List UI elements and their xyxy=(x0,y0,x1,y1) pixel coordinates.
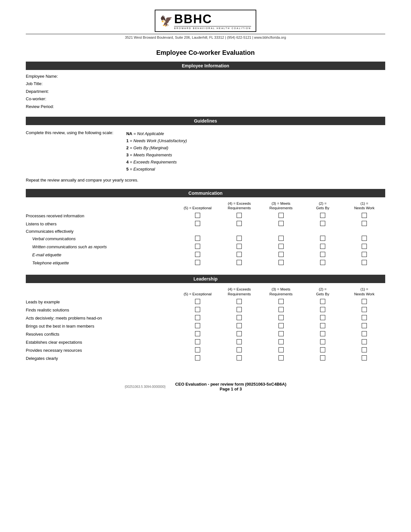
coworker-label: Co-worker: xyxy=(26,95,385,103)
lead-check-bestteam-2[interactable] xyxy=(302,322,343,330)
lead-col-5: (5) = Exceptional xyxy=(177,286,218,298)
guidelines-left: Complete this review, using the followin… xyxy=(26,130,113,173)
comm-check-email-4[interactable] xyxy=(219,251,260,259)
comm-check-verbal-2[interactable] xyxy=(302,235,343,243)
lead-check-delegates-3[interactable] xyxy=(260,354,302,362)
lead-check-decisive-5[interactable] xyxy=(177,314,218,322)
comm-check-processes-2[interactable] xyxy=(302,212,343,220)
comm-check-verbal-3[interactable] xyxy=(260,235,302,243)
lead-check-resources-4[interactable] xyxy=(219,346,260,354)
comm-check-telephone-5[interactable] xyxy=(177,259,218,267)
comm-check-written-5[interactable] xyxy=(177,243,218,251)
lead-check-conflicts-5[interactable] xyxy=(177,330,218,338)
comm-check-telephone-1[interactable] xyxy=(344,259,385,267)
comm-check-telephone-3[interactable] xyxy=(260,259,302,267)
comm-check-telephone-2[interactable] xyxy=(302,259,343,267)
lead-check-leads-3[interactable] xyxy=(260,298,302,306)
comm-row-email: E-mail etiquette xyxy=(26,251,177,259)
scale-4: 4 = Exceeds Requirements xyxy=(126,159,385,166)
lead-col-2: (2) =Gets By xyxy=(302,286,343,298)
lead-check-decisive-4[interactable] xyxy=(219,314,260,322)
comm-check-processes-4[interactable] xyxy=(219,212,260,220)
lead-row-resources: Provides necessary resources xyxy=(26,346,177,354)
lead-check-leads-4[interactable] xyxy=(219,298,260,306)
comm-check-telephone-4[interactable] xyxy=(219,259,260,267)
comm-check-email-3[interactable] xyxy=(260,251,302,259)
comm-check-processes-5[interactable] xyxy=(177,212,218,220)
comm-col-3: (3) = MeetsRequirements xyxy=(260,200,302,212)
lead-check-bestteam-4[interactable] xyxy=(219,322,260,330)
table-row: Delegates clearly xyxy=(26,354,385,362)
comm-col-5: (5) = Exceptional xyxy=(177,200,218,212)
comm-col-1: (1) =Needs Work xyxy=(344,200,385,212)
comm-check-verbal-4[interactable] xyxy=(219,235,260,243)
logo-subtitle: BROWARD BEHAVIORAL HEALTH COALITION xyxy=(174,26,251,29)
guidelines-right: NA = Not Applicable 1 = Needs Work (Unsa… xyxy=(126,130,385,173)
table-row: Finds realistic solutions xyxy=(26,306,385,314)
comm-check-listens-5[interactable] xyxy=(177,220,218,228)
lead-col-1: (1) =Needs Work xyxy=(344,286,385,298)
job-title-label: Job Title: xyxy=(26,80,385,87)
lead-check-realistic-1[interactable] xyxy=(344,306,385,314)
lead-check-expectations-2[interactable] xyxy=(302,338,343,346)
lead-check-expectations-1[interactable] xyxy=(344,338,385,346)
comm-check-email-1[interactable] xyxy=(344,251,385,259)
comm-check-listens-3[interactable] xyxy=(260,220,302,228)
lead-check-conflicts-1[interactable] xyxy=(344,330,385,338)
comm-check-written-2[interactable] xyxy=(302,243,343,251)
comm-check-written-3[interactable] xyxy=(260,243,302,251)
lead-check-conflicts-4[interactable] xyxy=(219,330,260,338)
lead-check-delegates-1[interactable] xyxy=(344,354,385,362)
lead-check-realistic-5[interactable] xyxy=(177,306,218,314)
lead-check-leads-1[interactable] xyxy=(344,298,385,306)
scale-3: 3 = Meets Requirements xyxy=(126,152,385,159)
table-row: Leads by example xyxy=(26,298,385,306)
leadership-section: Leadership (5) = Exceptional (4) = Excee… xyxy=(26,275,385,362)
lead-check-expectations-3[interactable] xyxy=(260,338,302,346)
table-row: Acts decisively; meets problems head-on xyxy=(26,314,385,322)
comm-check-verbal-5[interactable] xyxy=(177,235,218,243)
footer-line1: CEO Evaluation - peer review form (00251… xyxy=(175,382,287,387)
lead-check-bestteam-3[interactable] xyxy=(260,322,302,330)
lead-row-expectations: Establishes clear expectations xyxy=(26,338,177,346)
comm-check-email-2[interactable] xyxy=(302,251,343,259)
comm-check-email-5[interactable] xyxy=(177,251,218,259)
lead-check-decisive-3[interactable] xyxy=(260,314,302,322)
lead-row-conflicts: Resolves conflicts xyxy=(26,330,177,338)
lead-check-realistic-4[interactable] xyxy=(219,306,260,314)
comm-check-listens-1[interactable] xyxy=(344,220,385,228)
lead-check-delegates-4[interactable] xyxy=(219,354,260,362)
lead-check-decisive-1[interactable] xyxy=(344,314,385,322)
guidelines-section: Guidelines Complete this review, using t… xyxy=(26,117,385,182)
comm-check-verbal-1[interactable] xyxy=(344,235,385,243)
comm-check-written-4[interactable] xyxy=(219,243,260,251)
lead-check-decisive-2[interactable] xyxy=(302,314,343,322)
lead-check-bestteam-1[interactable] xyxy=(344,322,385,330)
lead-check-bestteam-5[interactable] xyxy=(177,322,218,330)
lead-check-resources-1[interactable] xyxy=(344,346,385,354)
lead-check-conflicts-2[interactable] xyxy=(302,330,343,338)
lead-check-conflicts-3[interactable] xyxy=(260,330,302,338)
lead-check-realistic-3[interactable] xyxy=(260,306,302,314)
lead-check-expectations-5[interactable] xyxy=(177,338,218,346)
guidelines-instruction: Complete this review, using the followin… xyxy=(26,130,113,135)
lead-check-delegates-5[interactable] xyxy=(177,354,218,362)
comm-check-listens-4[interactable] xyxy=(219,220,260,228)
comm-check-listens-2[interactable] xyxy=(302,220,343,228)
footer-line2: Page 1 of 3 xyxy=(175,387,287,391)
comm-row-communicates: Communicates effectively xyxy=(26,228,177,235)
lead-check-resources-3[interactable] xyxy=(260,346,302,354)
comm-check-processes-1[interactable] xyxy=(344,212,385,220)
lead-check-resources-5[interactable] xyxy=(177,346,218,354)
lead-check-realistic-2[interactable] xyxy=(302,306,343,314)
lead-col-4: (4) = ExceedsRequirements xyxy=(219,286,260,298)
comm-check-written-1[interactable] xyxy=(344,243,385,251)
lead-check-resources-2[interactable] xyxy=(302,346,343,354)
lead-check-delegates-2[interactable] xyxy=(302,354,343,362)
lead-check-leads-5[interactable] xyxy=(177,298,218,306)
lead-check-leads-2[interactable] xyxy=(302,298,343,306)
lead-row-realistic: Finds realistic solutions xyxy=(26,306,177,314)
lead-check-expectations-4[interactable] xyxy=(219,338,260,346)
comm-check-processes-3[interactable] xyxy=(260,212,302,220)
table-row: Resolves conflicts xyxy=(26,330,385,338)
